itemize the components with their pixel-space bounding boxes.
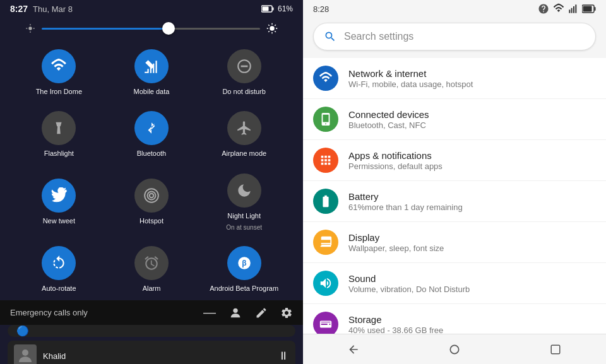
status-bar: 8:27 Thu, Mar 8 61% xyxy=(0,0,303,18)
svg-point-21 xyxy=(145,189,158,203)
tile-airplane[interactable]: Airplane mode xyxy=(198,103,290,165)
settings-recents-button[interactable] xyxy=(544,338,567,361)
display-subtitle: Wallpaper, sleep, font size xyxy=(348,244,596,253)
tile-mobile[interactable]: Mobile data xyxy=(105,42,198,103)
brightness-low-icon xyxy=(25,23,35,33)
notification-name: Khalid xyxy=(43,351,66,361)
svg-rect-1 xyxy=(272,8,273,11)
tile-alarm[interactable]: Alarm xyxy=(105,238,198,300)
svg-line-16 xyxy=(268,31,270,32)
settings-panel: 8:28 Search settings xyxy=(303,0,606,364)
user-icon[interactable] xyxy=(229,306,242,320)
battery-title: Battery xyxy=(348,191,596,202)
settings-home-button[interactable] xyxy=(443,338,466,361)
sound-icon-wrap xyxy=(313,271,338,296)
network-icon-wrap xyxy=(313,66,338,91)
signal-icon xyxy=(568,4,578,14)
svg-point-8 xyxy=(270,26,275,31)
bottom-icons-row: — xyxy=(203,305,293,320)
settings-back-button[interactable] xyxy=(342,338,365,361)
nightlight-tile-icon xyxy=(227,173,261,208)
hotspot-tile-icon xyxy=(134,179,169,213)
dnd-tile-icon xyxy=(227,49,261,83)
network-subtitle: Wi-Fi, mobile, data usage, hotspot xyxy=(348,79,596,89)
battery-subtitle: 61%more than 1 day remaining xyxy=(348,203,596,212)
display-icon-wrap xyxy=(313,230,338,255)
tile-autorotate[interactable]: Auto-rotate xyxy=(13,238,105,300)
display-title: Display xyxy=(348,232,596,243)
settings-item-apps[interactable]: Apps & notifications Permissions, defaul… xyxy=(303,140,606,181)
tile-dnd[interactable]: Do not disturb xyxy=(198,42,290,103)
settings-item-devices[interactable]: Connected devices Bluetooth, Cast, NFC xyxy=(303,99,606,140)
svg-point-19 xyxy=(150,194,154,198)
settings-item-sound[interactable]: Sound Volume, vibration, Do Not Disturb xyxy=(303,263,606,304)
settings-battery-icon xyxy=(582,4,596,13)
flashlight-tile-label: Flashlight xyxy=(44,149,74,158)
tile-hotspot[interactable]: Hotspot xyxy=(105,166,198,238)
settings-item-display[interactable]: Display Wallpaper, sleep, font size xyxy=(303,222,606,263)
mobile-tile-label: Mobile data xyxy=(134,87,170,96)
autorotate-tile-label: Auto-rotate xyxy=(42,284,76,293)
tile-bluetooth[interactable]: Bluetooth xyxy=(105,103,198,165)
brightness-track[interactable] xyxy=(42,28,260,30)
svg-point-3 xyxy=(28,26,32,30)
date-display: Thu, Mar 8 xyxy=(33,4,73,14)
settings-time: 8:28 xyxy=(313,4,329,14)
bluetooth-tile-label: Bluetooth xyxy=(137,149,166,158)
devices-icon-wrap xyxy=(313,107,338,132)
dnd-tile-label: Do not disturb xyxy=(222,87,265,96)
edit-icon[interactable] xyxy=(255,307,268,319)
sound-title: Sound xyxy=(348,273,596,284)
battery-percent: 61% xyxy=(278,4,293,13)
help-icon[interactable] xyxy=(538,3,549,15)
time-display: 8:27 xyxy=(10,4,28,14)
wifi-tile-icon xyxy=(42,49,76,83)
emergency-text: Emergency calls only xyxy=(10,308,88,317)
svg-rect-36 xyxy=(551,345,560,354)
mobile-tile-icon xyxy=(134,49,169,83)
pause-icon[interactable]: ⏸ xyxy=(278,349,289,363)
settings-item-network[interactable]: Network & internet Wi-Fi, mobile, data u… xyxy=(303,58,606,99)
brightness-slider-container xyxy=(0,18,303,42)
network-title: Network & internet xyxy=(348,68,596,79)
flashlight-tile-icon xyxy=(42,111,76,145)
minus-icon[interactable]: — xyxy=(203,305,216,320)
storage-subtitle: 40% used - 38.66 GB free xyxy=(348,326,596,334)
tweet-tile-label: New tweet xyxy=(43,216,75,225)
quick-settings-footer: Emergency calls only — xyxy=(0,300,303,325)
brightness-thumb[interactable] xyxy=(162,22,175,35)
notification-bar[interactable]: Khalid ⏸ xyxy=(8,341,295,364)
battery-icon-wrap xyxy=(313,189,338,214)
search-pill-icon: 🔵 xyxy=(16,325,29,337)
quick-tiles-grid: The Iron Dome Mobile data Do not disturb… xyxy=(0,42,303,300)
tile-nightlight[interactable]: Night Light On at sunset xyxy=(198,166,290,238)
beta-tile-label: Android Beta Program xyxy=(210,284,278,293)
wifi-tile-label: The Iron Dome xyxy=(36,87,82,96)
settings-status-bar: 8:28 xyxy=(303,0,606,18)
svg-line-15 xyxy=(275,25,276,26)
apps-icon-wrap xyxy=(313,148,338,173)
svg-point-24 xyxy=(233,308,237,312)
battery-icon xyxy=(261,5,274,13)
apps-text: Apps & notifications Permissions, defaul… xyxy=(348,150,596,171)
svg-line-13 xyxy=(268,25,270,26)
search-pill[interactable]: 🔵 xyxy=(8,325,295,337)
settings-item-storage[interactable]: Storage 40% used - 38.66 GB free xyxy=(303,304,606,334)
hotspot-tile-label: Hotspot xyxy=(140,216,163,225)
tile-beta[interactable]: β Android Beta Program xyxy=(198,238,290,300)
bluetooth-tile-icon xyxy=(134,111,169,145)
alarm-tile-label: Alarm xyxy=(143,284,161,293)
tile-tweet[interactable]: New tweet xyxy=(13,166,105,238)
tile-wifi[interactable]: The Iron Dome xyxy=(13,42,105,103)
apps-subtitle: Permissions, default apps xyxy=(348,161,596,171)
settings-search-bar[interactable]: Search settings xyxy=(313,23,596,50)
settings-gear-icon[interactable] xyxy=(280,307,293,319)
quick-settings-panel: 8:27 Thu, Mar 8 61% xyxy=(0,0,303,364)
settings-item-battery[interactable]: Battery 61%more than 1 day remaining xyxy=(303,181,606,222)
tweet-tile-icon xyxy=(42,179,76,213)
svg-rect-33 xyxy=(595,7,596,11)
sound-subtitle: Volume, vibration, Do Not Disturb xyxy=(348,285,596,294)
autorotate-tile-icon xyxy=(42,246,76,280)
tile-flashlight[interactable]: Flashlight xyxy=(13,103,105,165)
storage-text: Storage 40% used - 38.66 GB free xyxy=(348,314,596,334)
